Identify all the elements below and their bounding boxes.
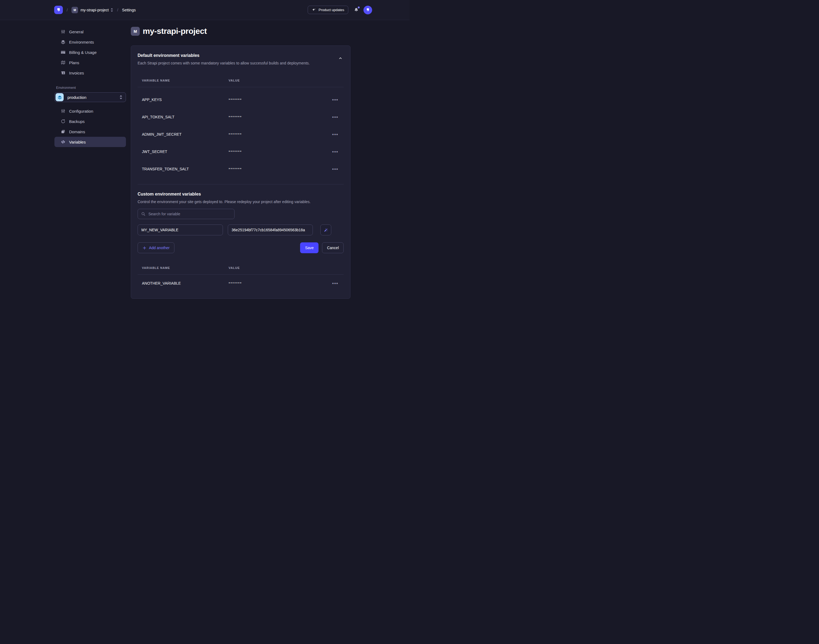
notifications-button[interactable]	[354, 7, 359, 12]
variable-name: TRANSFER_TOKEN_SALT	[142, 167, 229, 171]
breadcrumb-project-name: my-strapi-project	[80, 8, 109, 12]
row-actions-button[interactable]: •••	[331, 149, 339, 155]
variable-value-masked: *******	[229, 167, 331, 171]
sidebar-item-plans[interactable]: Plans	[54, 57, 126, 68]
sidebar-item-invoices[interactable]: Invoices	[54, 68, 126, 78]
row-actions-button[interactable]: •••	[331, 97, 339, 103]
default-vars-table: APP_KEYS ******* ••• API_TOKEN_SALT ****…	[138, 91, 344, 178]
new-variable-name-input[interactable]	[138, 224, 223, 235]
column-header-variable-name: VARIABLE NAME	[142, 265, 229, 271]
project-initial-badge: M	[72, 7, 78, 13]
variable-search	[138, 209, 235, 219]
breadcrumb-settings: Settings	[122, 8, 136, 12]
column-header-value: VALUE	[229, 265, 339, 271]
cancel-button[interactable]: Cancel	[322, 242, 344, 253]
variable-name: ADMIN_JWT_SECRET	[142, 132, 229, 136]
code-icon	[61, 140, 66, 144]
variable-name: ANOTHER_VARIABLE	[142, 281, 229, 285]
invoice-icon	[61, 71, 66, 75]
breadcrumb-project-selector[interactable]: M my-strapi-project	[72, 7, 113, 13]
sidebar-item-general[interactable]: General	[54, 26, 126, 37]
variable-name: API_TOKEN_SALT	[142, 115, 229, 119]
credit-card-icon	[61, 50, 66, 55]
plus-icon	[143, 246, 147, 250]
sidebar-item-label: Domains	[69, 129, 85, 134]
strapi-cloud-app: / M my-strapi-project / Settings Product…	[0, 0, 410, 322]
sidebar-item-billing[interactable]: Billing & Usage	[54, 47, 126, 57]
row-actions-button[interactable]: •••	[331, 114, 339, 120]
sidebar-item-label: Plans	[69, 60, 79, 65]
custom-vars-table-header: VARIABLE NAME VALUE	[138, 265, 344, 271]
row-actions-button[interactable]: •••	[331, 280, 339, 287]
variable-value-masked: *******	[229, 150, 331, 154]
row-actions-button[interactable]: •••	[331, 166, 339, 172]
magic-wand-icon	[324, 227, 328, 233]
strapi-logo-icon	[55, 7, 61, 13]
variable-name: APP_KEYS	[142, 98, 229, 102]
sidebar-item-label: Invoices	[69, 71, 84, 75]
new-variable-value-input[interactable]	[228, 224, 313, 235]
add-another-button[interactable]: Add another	[138, 242, 175, 253]
sidebar-item-label: Billing & Usage	[69, 50, 97, 55]
custom-vars-table: ANOTHER_VARIABLE ******* •••	[138, 274, 344, 292]
save-button[interactable]: Save	[300, 242, 319, 253]
breadcrumb-separator: /	[117, 8, 118, 12]
layers-icon	[61, 40, 66, 44]
default-vars-description: Each Strapi project comes with some mand…	[138, 60, 337, 66]
product-updates-label: Product updates	[319, 8, 344, 12]
chevron-up-icon	[338, 56, 343, 60]
variable-value-masked: *******	[229, 115, 331, 119]
table-row: ANOTHER_VARIABLE ******* •••	[138, 274, 344, 292]
avatar-strapi-icon	[365, 7, 371, 13]
row-actions-button[interactable]: •••	[331, 131, 339, 138]
sparkles-icon	[312, 8, 316, 12]
table-row: JWT_SECRET ******* •••	[138, 143, 344, 160]
collapse-section-button[interactable]	[337, 55, 344, 61]
add-another-label: Add another	[149, 245, 170, 250]
map-icon	[61, 60, 66, 65]
main-content: M my-strapi-project Default environment …	[131, 20, 350, 310]
variable-value-masked: *******	[229, 132, 331, 136]
variable-value-masked: *******	[229, 98, 331, 102]
breadcrumb-separator: /	[67, 8, 68, 12]
table-row: ADMIN_JWT_SECRET ******* •••	[138, 126, 344, 143]
sidebar-item-label: Environments	[69, 40, 94, 44]
generate-value-button[interactable]	[321, 224, 331, 235]
environment-select-value: production	[67, 95, 118, 100]
sidebar-item-backups[interactable]: Backups	[54, 116, 126, 126]
search-icon	[141, 212, 146, 216]
table-row: APP_KEYS ******* •••	[138, 91, 344, 108]
variable-value-masked: *******	[229, 281, 331, 285]
sliders-icon	[61, 109, 66, 113]
sliders-icon	[61, 29, 66, 34]
column-header-variable-name: VARIABLE NAME	[142, 78, 229, 83]
refresh-icon	[61, 119, 66, 124]
sidebar-item-label: Backups	[69, 119, 85, 124]
strapi-logo[interactable]	[54, 6, 63, 14]
product-updates-button[interactable]: Product updates	[308, 6, 348, 14]
settings-sidebar: General Environments B	[54, 26, 126, 147]
default-vars-table-header: VARIABLE NAME VALUE	[138, 78, 344, 83]
sidebar-item-configuration[interactable]: Configuration	[54, 106, 126, 116]
environment-layers-icon	[55, 93, 64, 101]
default-vars-title: Default environment variables	[138, 53, 337, 58]
sidebar-item-label: Configuration	[69, 109, 93, 113]
search-input[interactable]	[148, 212, 231, 216]
sidebar-item-environments[interactable]: Environments	[54, 37, 126, 47]
chevron-up-down-icon	[110, 8, 113, 12]
sidebar-item-label: Variables	[69, 140, 86, 144]
section-divider	[138, 184, 344, 184]
sidebar-item-domains[interactable]: Domains	[54, 126, 126, 137]
page-title: my-strapi-project	[143, 26, 207, 36]
user-avatar[interactable]	[363, 6, 372, 14]
custom-vars-description: Control the environment your site gets d…	[138, 199, 344, 204]
custom-vars-title: Custom environment variables	[138, 192, 344, 197]
sidebar-item-label: General	[69, 29, 83, 34]
environment-select[interactable]: production	[54, 92, 126, 102]
table-row: API_TOKEN_SALT ******* •••	[138, 108, 344, 126]
stack-icon	[61, 129, 66, 134]
column-header-value: VALUE	[229, 78, 339, 83]
topbar: / M my-strapi-project / Settings Product…	[0, 0, 410, 20]
table-row: TRANSFER_TOKEN_SALT ******* •••	[138, 160, 344, 178]
sidebar-item-variables[interactable]: Variables	[54, 137, 126, 147]
